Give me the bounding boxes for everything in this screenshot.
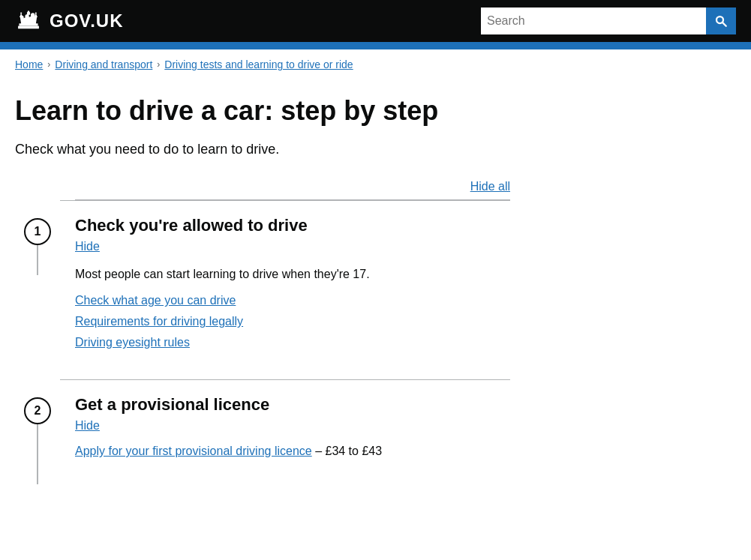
breadcrumb: Home › Driving and transport › Driving t… [0, 49, 751, 79]
step-1-link-2[interactable]: Requirements for driving legally [75, 315, 243, 328]
step-1-line [37, 245, 38, 275]
step-1-body: Most people can start learning to drive … [75, 265, 510, 283]
step-1-links: Check what age you can drive Requirement… [75, 294, 510, 349]
steps-list: 1 Check you're allowed to drive Hide Mos… [15, 200, 510, 488]
list-item: Requirements for driving legally [75, 315, 510, 328]
step-2-link-1[interactable]: Apply for your first provisional driving… [75, 445, 312, 457]
svg-point-8 [35, 12, 37, 13]
search-button[interactable] [706, 7, 736, 34]
main-content: Learn to drive a car: step by step Check… [0, 79, 525, 518]
step-1-content: Check you're allowed to drive Hide Most … [60, 200, 510, 379]
step-2-title: Get a provisional licence [75, 395, 510, 415]
search-input[interactable] [481, 7, 706, 34]
step-2-number-col: 2 [15, 379, 60, 484]
hide-all-row: Hide all [75, 180, 510, 200]
step-1-hide-link[interactable]: Hide [75, 240, 510, 253]
step-2-content: Get a provisional licence Hide Apply for… [60, 379, 510, 488]
step-1: 1 Check you're allowed to drive Hide Mos… [15, 200, 510, 379]
list-item: Check what age you can drive [75, 294, 510, 307]
search-form [481, 7, 736, 34]
svg-point-7 [20, 12, 22, 13]
site-header: GOV.UK [0, 0, 751, 42]
step-2-links: Apply for your first provisional driving… [75, 445, 510, 458]
list-item: Driving eyesight rules [75, 336, 510, 349]
breadcrumb-home[interactable]: Home [15, 58, 43, 70]
crown-icon [15, 7, 42, 34]
logo-text: GOV.UK [50, 10, 123, 31]
svg-rect-2 [18, 25, 39, 28]
step-2-number: 2 [24, 397, 51, 424]
breadcrumb-driving-transport[interactable]: Driving and transport [55, 58, 152, 70]
step-1-link-1[interactable]: Check what age you can drive [75, 294, 236, 307]
breadcrumb-separator-1: › [47, 59, 50, 70]
svg-rect-1 [19, 23, 38, 25]
breadcrumb-driving-tests[interactable]: Driving tests and learning to drive or r… [164, 58, 353, 70]
svg-line-10 [722, 22, 726, 26]
hide-all-button[interactable]: Hide all [470, 180, 510, 193]
page-title: Learn to drive a car: step by step [15, 94, 510, 127]
step-2-link-1-suffix: – £34 to £43 [312, 445, 382, 457]
gov-uk-logo[interactable]: GOV.UK [15, 7, 123, 34]
list-item: Apply for your first provisional driving… [75, 445, 510, 458]
page-description: Check what you need to do to learn to dr… [15, 142, 510, 157]
step-2-line [37, 424, 38, 484]
breadcrumb-separator-2: › [157, 59, 160, 70]
search-icon [714, 14, 728, 28]
step-2-hide-link[interactable]: Hide [75, 419, 510, 433]
step-1-number-col: 1 [15, 200, 60, 275]
step-2: 2 Get a provisional licence Hide Apply f… [15, 379, 510, 488]
svg-point-6 [28, 10, 29, 12]
step-1-number: 1 [24, 218, 51, 245]
step-1-title: Check you're allowed to drive [75, 216, 510, 235]
accent-bar [0, 42, 751, 49]
step-1-link-3[interactable]: Driving eyesight rules [75, 336, 190, 349]
